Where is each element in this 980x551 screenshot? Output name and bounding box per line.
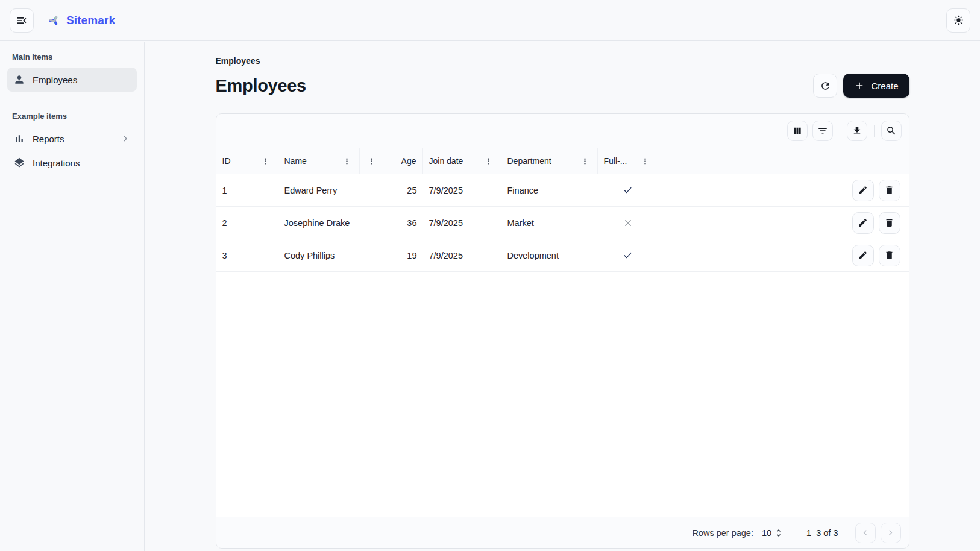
edit-button[interactable] xyxy=(852,180,874,201)
grid-toolbar xyxy=(216,114,909,148)
sidebar-item-reports[interactable]: Reports xyxy=(7,127,137,151)
sidebar: Main items Employees Example items Repor… xyxy=(0,42,145,551)
filter-icon xyxy=(817,125,828,136)
chevron-right-icon xyxy=(120,133,131,144)
trash-icon xyxy=(884,185,894,195)
column-menu-icon[interactable] xyxy=(341,155,353,167)
cell-age: 25 xyxy=(360,186,423,195)
cell-full-time xyxy=(598,250,658,260)
column-header-name[interactable]: Name xyxy=(278,148,360,174)
create-button[interactable]: Create xyxy=(843,74,909,98)
pagination-range: 1–3 of 3 xyxy=(806,528,838,538)
pencil-icon xyxy=(858,185,868,195)
table-row[interactable]: 3 Cody Phillips 19 7/9/2025 Development xyxy=(216,239,909,272)
cell-age: 36 xyxy=(360,218,423,228)
menu-open-icon xyxy=(16,14,28,27)
cell-full-time xyxy=(598,218,658,228)
column-header-full-time[interactable]: Full-... xyxy=(598,148,658,174)
delete-button[interactable] xyxy=(879,212,900,234)
previous-page-button[interactable] xyxy=(855,523,876,543)
check-icon xyxy=(623,185,633,195)
search-button[interactable] xyxy=(881,121,902,141)
edit-button[interactable] xyxy=(852,245,874,266)
rows-per-page-select[interactable]: 10 xyxy=(762,528,784,538)
cell-name: Edward Perry xyxy=(278,186,360,195)
sidebar-item-label: Integrations xyxy=(33,158,80,168)
app-header: Sitemark xyxy=(0,0,980,41)
cell-join-date: 7/9/2025 xyxy=(423,218,501,228)
delete-button[interactable] xyxy=(879,245,900,266)
columns-icon xyxy=(792,125,803,136)
sidebar-item-integrations[interactable]: Integrations xyxy=(7,151,137,175)
check-icon xyxy=(623,250,633,260)
trash-icon xyxy=(884,218,894,228)
delete-button[interactable] xyxy=(879,180,900,201)
app-screen: Sitemark Main items Employees xyxy=(0,0,980,551)
cell-age: 19 xyxy=(360,251,423,260)
column-header-spacer xyxy=(658,148,909,174)
cell-department: Development xyxy=(501,251,598,260)
column-header-department[interactable]: Department xyxy=(501,148,598,174)
toolbar-divider xyxy=(874,125,875,137)
cell-department: Market xyxy=(501,218,598,228)
rows-per-page-label: Rows per page: xyxy=(692,528,753,538)
column-menu-icon[interactable] xyxy=(366,155,378,167)
sidebar-section-title-example: Example items xyxy=(7,107,137,127)
trash-icon xyxy=(884,250,894,260)
table-row[interactable]: 2 Josephine Drake 36 7/9/2025 Market xyxy=(216,207,909,239)
sitemark-logo-icon xyxy=(47,13,61,28)
cell-department: Finance xyxy=(501,186,598,195)
next-page-button[interactable] xyxy=(881,523,901,543)
columns-button[interactable] xyxy=(787,121,808,141)
column-menu-icon[interactable] xyxy=(260,155,272,167)
refresh-icon xyxy=(820,80,831,92)
sun-icon xyxy=(953,14,964,26)
unfold-more-icon xyxy=(774,528,784,538)
sidebar-section-title-main: Main items xyxy=(7,48,137,68)
table-row[interactable]: 1 Edward Perry 25 7/9/2025 Finance xyxy=(216,174,909,207)
sidebar-item-label: Reports xyxy=(33,134,64,144)
cell-id: 2 xyxy=(216,218,278,228)
sidebar-item-label: Employees xyxy=(33,75,77,85)
filter-button[interactable] xyxy=(812,121,833,141)
create-button-label: Create xyxy=(871,81,898,91)
edit-button[interactable] xyxy=(852,212,874,234)
cell-id: 3 xyxy=(216,251,278,260)
collapse-menu-button[interactable] xyxy=(10,8,34,33)
column-header-join-date[interactable]: Join date xyxy=(423,148,501,174)
bar-chart-icon xyxy=(13,133,25,145)
chevron-left-icon xyxy=(860,527,870,538)
sidebar-item-employees[interactable]: Employees xyxy=(7,68,137,92)
grid-header-row: ID Name Age Join date xyxy=(216,148,909,174)
rows-per-page-value: 10 xyxy=(762,528,771,538)
column-menu-icon[interactable] xyxy=(579,155,591,167)
cell-id: 1 xyxy=(216,186,278,195)
cell-join-date: 7/9/2025 xyxy=(423,251,501,260)
column-header-age[interactable]: Age xyxy=(360,148,423,174)
layers-icon xyxy=(13,157,25,169)
cell-name: Josephine Drake xyxy=(278,218,360,228)
main-content: Employees Employees Create xyxy=(145,41,980,551)
refresh-button[interactable] xyxy=(813,74,837,98)
pencil-icon xyxy=(858,218,868,228)
search-icon xyxy=(886,125,897,136)
cell-name: Cody Phillips xyxy=(278,251,360,260)
pencil-icon xyxy=(858,250,868,260)
grid-empty-area xyxy=(216,272,909,517)
cross-icon xyxy=(623,218,633,228)
cell-join-date: 7/9/2025 xyxy=(423,186,501,195)
download-icon xyxy=(852,125,862,136)
chevron-right-icon xyxy=(885,527,896,538)
toolbar-divider xyxy=(840,125,840,137)
theme-toggle-button[interactable] xyxy=(946,8,970,33)
data-grid: ID Name Age Join date xyxy=(216,113,909,549)
column-header-id[interactable]: ID xyxy=(216,148,278,174)
grid-footer: Rows per page: 10 1–3 of 3 xyxy=(216,517,909,548)
person-icon xyxy=(13,74,25,86)
export-button[interactable] xyxy=(847,121,867,141)
column-menu-icon[interactable] xyxy=(639,155,652,167)
column-menu-icon[interactable] xyxy=(483,155,495,167)
brand-name: Sitemark xyxy=(66,14,115,27)
brand-logo: Sitemark xyxy=(47,13,115,28)
page-title: Employees xyxy=(216,76,306,96)
